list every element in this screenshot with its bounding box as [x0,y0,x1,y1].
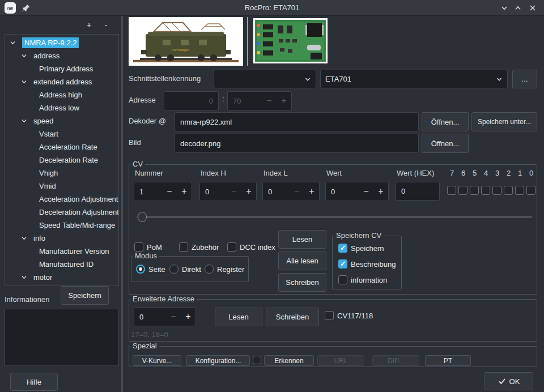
cv-value-hex-input[interactable] [396,182,440,201]
decoder-file-input[interactable] [175,112,419,131]
tree-item-vstart[interactable]: Vstart [5,127,118,140]
chevron-down-icon[interactable] [21,79,27,85]
tree-item-vmid[interactable]: Vmid [5,180,118,193]
bit5-checkbox[interactable] [470,186,479,195]
tree-add-button[interactable]: + [84,20,94,29]
minus-icon[interactable]: − [166,312,181,322]
decoder-id-combobox[interactable]: ETA701 [320,70,508,88]
plus-icon[interactable]: + [177,186,192,197]
index-l-spinbox[interactable]: 0 − + [262,182,320,201]
save-cv-beschreibung-checkbox[interactable]: Beschreibung [338,259,396,269]
bit6-checkbox[interactable] [458,186,468,195]
tree-item-address[interactable]: address [5,49,118,62]
info-textarea[interactable] [5,309,119,365]
konfiguration-button[interactable]: Konfiguration... [186,355,250,366]
ok-button[interactable]: OK [484,372,533,390]
tree-remove-button[interactable]: - [101,20,111,29]
cv-write-button[interactable]: Schreiben [278,273,326,292]
tree-item-address-low[interactable]: Address low [5,101,118,114]
tree-item-speed-table[interactable]: Speed Table/Mid-range [5,219,118,232]
bit3-checkbox[interactable] [492,186,502,195]
decoder-open-button[interactable]: Öffnen... [422,112,469,131]
decoder-saveas-button[interactable]: Speichern unter... [471,112,537,131]
checkbox-checked[interactable] [338,259,347,269]
vcurve-button[interactable]: V-Kurve... [133,355,181,366]
tree-item-deceleration-rate[interactable]: Deceleration Rate [5,154,118,167]
cv-read-all-button[interactable]: Alle lesen [278,252,326,270]
bit7-checkbox[interactable] [447,186,456,195]
tree-item-vhigh[interactable]: Vhigh [5,167,118,180]
help-button[interactable]: Hilfe [10,373,58,391]
tree-item-speed[interactable]: speed [5,114,118,127]
minus-icon[interactable]: − [227,186,241,197]
cv117-118-checkbox[interactable]: CV117/118 [325,311,373,320]
index-h-spinbox[interactable]: 0 − + [199,182,257,201]
plus-icon[interactable]: + [304,186,319,197]
checkbox[interactable] [179,242,188,252]
browse-button[interactable]: ... [512,70,537,88]
tree-item-acceleration-adjustment[interactable]: Acceleration Adjustment [5,193,118,206]
tree-item-manufactured-id[interactable]: Manufactured ID [5,258,118,271]
tree-item-acceleration-rate[interactable]: Acceleration Rate [5,140,118,154]
radio[interactable] [205,265,214,274]
bit4-checkbox[interactable] [481,186,490,195]
cv-value-spinbox[interactable]: 0 − + [325,182,389,201]
slider-track[interactable] [137,216,532,218]
shade-icon[interactable] [500,3,509,12]
cv-read-button[interactable]: Lesen [278,230,326,249]
tree-item-deceleration-adjustment[interactable]: Deceleration Adjustment [5,206,118,219]
tree-item-nmra[interactable]: NMRA RP-9.2.2 [5,36,118,49]
save-cv-speichern-checkbox[interactable]: Speichern [338,244,384,253]
konfiguration-checkbox[interactable] [253,356,261,364]
checkbox[interactable] [227,242,236,252]
image-open-button[interactable]: Öffnen... [422,134,469,153]
checkbox[interactable] [134,242,143,252]
zubehoer-checkbox[interactable]: Zubehör [179,242,219,252]
chevron-down-icon[interactable] [10,40,16,46]
tree-item-address-high[interactable]: Address high [5,88,118,101]
tree-item-info[interactable]: info [5,232,118,245]
bit0-checkbox[interactable] [526,186,536,195]
unshade-icon[interactable] [513,3,522,12]
tree-item-primary-address[interactable]: Primary Address [5,62,118,75]
pom-checkbox[interactable]: PoM [134,242,162,252]
checkbox[interactable] [338,275,347,284]
tree-item-manufacturer-version[interactable]: Manufacturer Version [5,245,118,258]
bit1-checkbox[interactable] [515,186,524,195]
modus-direkt-radio[interactable]: Direkt [169,265,201,274]
plus-icon[interactable]: + [373,186,388,197]
cv-number-spinbox[interactable]: 1 − + [134,182,192,201]
interface-id-combobox[interactable] [214,70,316,88]
plus-icon[interactable]: + [181,312,196,322]
dcc-index-checkbox[interactable]: DCC index [227,242,275,252]
slider-handle[interactable] [138,212,147,222]
extended-read-button[interactable]: Lesen [215,308,262,326]
image-file-input[interactable] [175,134,419,153]
tree-item-motor[interactable]: motor [5,271,118,284]
tree-item-extended-address[interactable]: extended address [5,75,118,88]
plus-icon[interactable]: + [241,186,256,197]
chevron-down-icon[interactable] [21,53,27,59]
extended-write-button[interactable]: Schreiben [266,308,319,326]
chevron-down-icon[interactable] [21,235,27,241]
extended-address-spinbox[interactable]: 0 − + [134,307,196,326]
info-save-button[interactable]: Speichern [61,286,109,305]
save-cv-information-checkbox[interactable]: information [338,275,387,284]
pt-button[interactable]: PT [425,355,471,366]
interface-label: Schnittstellenkennung [129,74,201,83]
modus-seite-radio[interactable]: Seite [136,265,165,274]
minus-icon[interactable]: − [290,186,304,197]
chevron-down-icon[interactable] [21,274,27,280]
radio-selected[interactable] [136,265,145,274]
erkennen-button[interactable]: Erkennen [264,355,314,366]
checkbox-checked[interactable] [338,244,347,253]
radio[interactable] [169,265,178,274]
checkbox[interactable] [325,311,334,320]
bit2-checkbox[interactable] [504,186,513,195]
close-icon[interactable] [528,3,537,12]
minus-icon[interactable]: − [359,186,373,197]
modus-register-radio[interactable]: Register [205,265,244,274]
minus-icon[interactable]: − [162,186,177,197]
chevron-down-icon[interactable] [21,118,27,124]
cv-value-slider[interactable] [137,212,532,222]
